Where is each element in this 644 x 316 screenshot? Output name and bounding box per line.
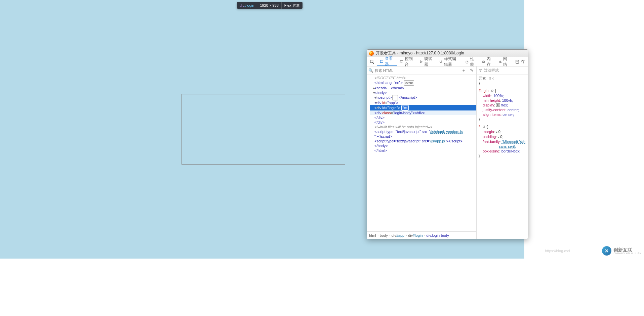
filter-icon: [479, 69, 482, 72]
gear-icon[interactable]: ⚙: [488, 77, 491, 80]
styles-panel-header: 过滤样式: [477, 66, 528, 75]
tab-debugger[interactable]: 调试器: [417, 57, 437, 66]
gear-icon[interactable]: ⚙: [491, 89, 494, 93]
firefox-icon: [369, 51, 374, 56]
devtools-tabstrip: 查看器 控制台 调试器 样式编辑器 性能 内存 网络 存: [367, 57, 528, 66]
dom-tree[interactable]: <!DOCTYPE html> <html lang="en">event ▸ …: [367, 75, 476, 231]
flex-badge-icon[interactable]: [496, 103, 500, 107]
tab-storage[interactable]: 存: [512, 57, 528, 66]
dom-node-login-selected: ▾ <div id="login">flex: [370, 105, 476, 110]
devtools-title: 开发者工具 - mihoyo - http://127.0.0.1:8080/L…: [376, 50, 464, 56]
watermark-url: https://blog.csd: [545, 249, 570, 253]
add-node-button[interactable]: ＋: [460, 67, 467, 74]
svg-rect-4: [482, 61, 485, 62]
highlight-dimensions: 1920 × 938: [257, 2, 281, 9]
search-icon: 🔍: [368, 68, 373, 73]
tab-performance[interactable]: 性能: [462, 57, 479, 66]
watermark: https://blog.csd ✕ 创新互联 CHUANG XIN HU LI…: [545, 246, 641, 256]
edit-html-button[interactable]: ✎: [469, 68, 475, 73]
styles-filter-label[interactable]: 过滤样式: [484, 68, 526, 73]
tab-style-editor[interactable]: 样式编辑器: [436, 57, 462, 66]
devtools-window: 开发者工具 - mihoyo - http://127.0.0.1:8080/L…: [367, 49, 528, 239]
dom-search-bar: 🔍 ＋ ✎: [367, 66, 476, 75]
element-highlight-tooltip: div#login 1920 × 938 Flex 容器: [237, 2, 303, 9]
tab-console[interactable]: 控制台: [397, 57, 417, 66]
highlight-layout: Flex 容器: [282, 2, 303, 9]
highlight-id: #login: [244, 3, 254, 7]
tab-network[interactable]: 网络: [496, 57, 512, 66]
dom-breadcrumbs[interactable]: html› body› div#app› div#login› div.logi…: [367, 231, 476, 239]
dom-search-input[interactable]: [375, 69, 459, 73]
selection-boundary: [0, 258, 524, 259]
tab-memory[interactable]: 内存: [479, 57, 495, 66]
tab-inspector[interactable]: 查看器: [377, 57, 397, 66]
svg-rect-1: [380, 60, 383, 62]
gear-icon[interactable]: ⚙: [482, 125, 485, 129]
watermark-logo-icon: ✕: [602, 246, 611, 256]
svg-point-5: [516, 60, 519, 61]
pick-element-button[interactable]: [367, 57, 377, 66]
styles-rules[interactable]: 元素 ⚙ { } #login ⚙ { width: 100%; min-hei…: [477, 75, 528, 239]
login-body-box: [182, 94, 345, 165]
highlight-tag: div: [240, 3, 244, 7]
